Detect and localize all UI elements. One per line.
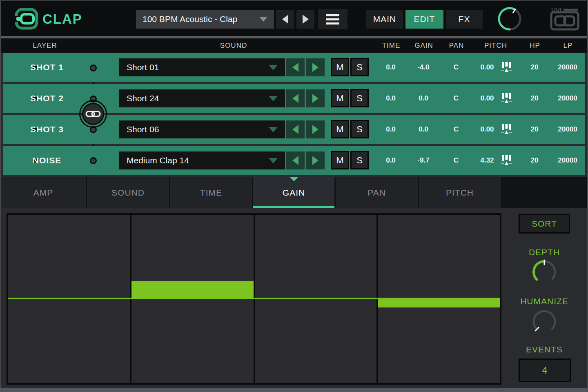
next-sound-button[interactable] [306, 89, 325, 107]
gain-event-column-1[interactable] [8, 215, 130, 383]
arrow-right-icon [303, 15, 309, 24]
col-header-sound: SOUND [205, 38, 262, 53]
col-header-layer: LAYER [16, 38, 74, 53]
sound-name: Short 01 [127, 62, 159, 72]
link-icon [85, 109, 101, 118]
solo-button[interactable]: S [350, 151, 369, 169]
arrow-right-icon [312, 156, 318, 165]
next-sound-button[interactable] [306, 120, 325, 138]
sound-name: Short 24 [127, 94, 159, 103]
preset-name: 100 BPM Acoustic - Clap [143, 14, 237, 24]
chevron-down-icon [269, 96, 278, 101]
sound-name: Medium Clap 14 [127, 156, 189, 165]
arrow-left-icon [292, 156, 298, 165]
gain-event-column-2[interactable] [131, 215, 254, 383]
chevron-down-icon [259, 17, 267, 22]
next-sound-button[interactable] [306, 58, 325, 76]
chevron-down-icon [269, 158, 278, 163]
layer-name: SHOT 1 [24, 53, 69, 82]
link-node-noise [90, 157, 97, 164]
prev-sound-button[interactable] [286, 151, 305, 169]
gain-event-editor[interactable] [7, 213, 501, 385]
humanize-label: HUMANIZE [503, 296, 585, 306]
layer-name: SHOT 3 [24, 115, 69, 144]
keyboard-icon[interactable] [501, 155, 512, 166]
solo-button[interactable]: S [350, 89, 369, 107]
prev-sound-button[interactable] [286, 58, 305, 76]
solo-button[interactable]: S [350, 120, 369, 138]
tab-gain[interactable]: GAIN [253, 177, 334, 208]
lp-value[interactable]: 20000 [548, 84, 587, 113]
sound-select-shot1[interactable]: Short 01 [119, 58, 285, 76]
sound-select-noise[interactable]: Medium Clap 14 [119, 151, 285, 169]
lp-value[interactable]: 20000 [548, 115, 587, 144]
layer-name: NOISE [24, 146, 69, 175]
preset-selector[interactable]: 100 BPM Acoustic - Clap [136, 10, 274, 29]
keyboard-icon[interactable] [501, 124, 512, 135]
tab-edit[interactable]: EDIT [405, 10, 443, 29]
tab-main[interactable]: MAIN [366, 10, 403, 29]
uvi-logo-icon: UVI [546, 7, 580, 31]
depth-label: DEPTH [503, 247, 585, 257]
edit-param-tabbar: AMP SOUND TIME GAIN PAN PITCH [0, 177, 588, 208]
arrow-left-icon [292, 125, 298, 134]
keyboard-icon[interactable] [501, 93, 512, 104]
lp-value[interactable]: 20000 [548, 53, 587, 82]
page-title: CLAP [42, 11, 82, 27]
events-count-field[interactable]: 4 [519, 359, 571, 382]
chevron-down-icon [269, 127, 278, 132]
prev-sound-button[interactable] [286, 89, 305, 107]
preset-next-button[interactable] [296, 10, 314, 29]
preset-prev-button[interactable] [276, 10, 294, 29]
clap-logo-icon [15, 6, 40, 31]
active-tab-underline [253, 206, 334, 208]
tab-fx[interactable]: FX [446, 10, 483, 29]
gain-event-column-3[interactable] [255, 215, 377, 383]
depth-knob[interactable] [531, 259, 557, 285]
sound-name: Short 06 [127, 125, 159, 134]
menu-icon [326, 14, 339, 16]
window-frame [0, 0, 588, 1]
link-node-shot1 [90, 65, 97, 71]
hamburger-menu-button[interactable] [318, 9, 347, 29]
lp-value[interactable]: 20000 [548, 146, 587, 175]
sort-button[interactable]: SORT [519, 214, 570, 234]
tab-pitch[interactable]: PITCH [419, 177, 501, 208]
tab-amp[interactable]: AMP [1, 177, 86, 208]
sound-select-shot2[interactable]: Short 24 [119, 89, 285, 107]
mute-button[interactable]: M [331, 151, 349, 169]
tab-pan[interactable]: PAN [336, 177, 418, 208]
window-frame [0, 388, 588, 392]
arrow-right-icon [312, 94, 318, 103]
layer-table-header: LAYER SOUND TIME GAIN PAN PITCH HP LP [0, 38, 588, 53]
mute-button[interactable]: M [331, 58, 349, 76]
humanize-knob[interactable] [531, 309, 557, 335]
chevron-down-icon [269, 65, 278, 70]
events-label: EVENTS [503, 345, 585, 354]
layer-link-button[interactable] [82, 103, 104, 125]
master-volume-knob[interactable] [497, 6, 523, 32]
gain-event-column-4[interactable] [378, 215, 500, 383]
active-tab-pointer-icon [290, 177, 298, 181]
arrow-left-icon [282, 15, 288, 24]
keyboard-icon[interactable] [501, 62, 512, 73]
next-sound-button[interactable] [306, 151, 325, 169]
layer-rows: SHOT 1 Short 01 M S 0.0 -4.0 C 0.00 20 2… [3, 53, 585, 176]
window-frame [0, 0, 1, 392]
top-bar: CLAP 100 BPM Acoustic - Clap MAIN EDIT F… [0, 0, 588, 36]
sound-select-shot3[interactable]: Short 06 [119, 120, 285, 138]
mute-button[interactable]: M [331, 89, 349, 107]
layer-name: SHOT 2 [24, 84, 69, 113]
gain-bar-event-4[interactable] [378, 298, 500, 307]
solo-button[interactable]: S [350, 58, 369, 76]
arrow-right-icon [312, 125, 318, 134]
clap-plugin-window: CLAP 100 BPM Acoustic - Clap MAIN EDIT F… [0, 0, 588, 392]
mute-button[interactable]: M [331, 120, 349, 138]
tab-time[interactable]: TIME [170, 177, 252, 208]
arrow-right-icon [312, 63, 318, 72]
gain-bar-event-2[interactable] [131, 281, 254, 299]
prev-sound-button[interactable] [286, 120, 305, 138]
arrow-left-icon [292, 63, 298, 72]
col-header-lp: LP [539, 38, 588, 53]
tab-sound[interactable]: SOUND [87, 177, 169, 208]
